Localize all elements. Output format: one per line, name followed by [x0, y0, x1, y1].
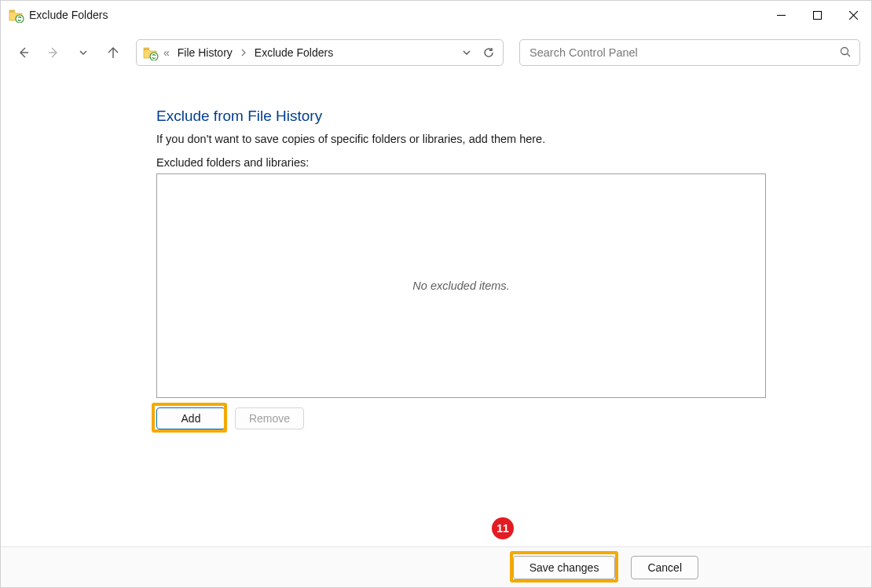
- up-button[interactable]: [101, 41, 125, 64]
- excluded-items-listbox[interactable]: No excluded items.: [156, 173, 766, 398]
- content-area: Exclude from File History If you don't w…: [1, 76, 871, 546]
- refresh-button[interactable]: [478, 42, 500, 64]
- empty-list-text: No excluded items.: [412, 279, 509, 292]
- address-bar[interactable]: « File History Exclude Folders: [136, 39, 504, 66]
- forward-button[interactable]: [42, 41, 65, 64]
- breadcrumb-separator-icon: [239, 46, 248, 59]
- list-button-row: Add Remove: [156, 407, 816, 429]
- nav-toolbar: « File History Exclude Folders: [1, 29, 871, 76]
- back-button[interactable]: [12, 41, 35, 64]
- remove-button: Remove: [235, 407, 304, 429]
- address-history-dropdown[interactable]: [456, 42, 478, 64]
- page-description: If you don't want to save copies of spec…: [156, 133, 816, 145]
- list-label: Excluded folders and libraries:: [156, 156, 816, 169]
- folder-sync-icon: [9, 9, 23, 21]
- search-box[interactable]: [519, 39, 860, 66]
- svg-rect-2: [813, 11, 821, 19]
- callout-badge-11: 11: [492, 517, 514, 539]
- maximize-button[interactable]: [799, 2, 835, 27]
- search-icon[interactable]: [839, 46, 852, 60]
- address-folder-icon: [143, 46, 157, 59]
- window-root: Exclude Folders: [0, 0, 872, 588]
- add-button[interactable]: Add: [156, 407, 225, 429]
- svg-point-0: [16, 15, 24, 23]
- search-input[interactable]: [528, 46, 839, 60]
- cancel-button[interactable]: Cancel: [631, 556, 698, 579]
- save-changes-button[interactable]: Save changes: [513, 556, 616, 579]
- close-button[interactable]: [835, 2, 871, 27]
- caption-buttons: [763, 2, 871, 27]
- footer-bar: 11 Save changes Cancel: [1, 546, 871, 587]
- recent-dropdown-button[interactable]: [71, 41, 95, 64]
- svg-line-10: [848, 53, 851, 57]
- svg-point-8: [150, 53, 158, 60]
- svg-point-9: [841, 47, 848, 54]
- window-title: Exclude Folders: [29, 9, 108, 21]
- breadcrumb-file-history[interactable]: File History: [174, 45, 236, 60]
- page-title: Exclude from File History: [156, 108, 816, 125]
- breadcrumb-overflow-icon[interactable]: «: [162, 46, 171, 59]
- titlebar: Exclude Folders: [1, 1, 871, 29]
- breadcrumb-exclude-folders[interactable]: Exclude Folders: [251, 45, 336, 60]
- minimize-button[interactable]: [763, 2, 799, 27]
